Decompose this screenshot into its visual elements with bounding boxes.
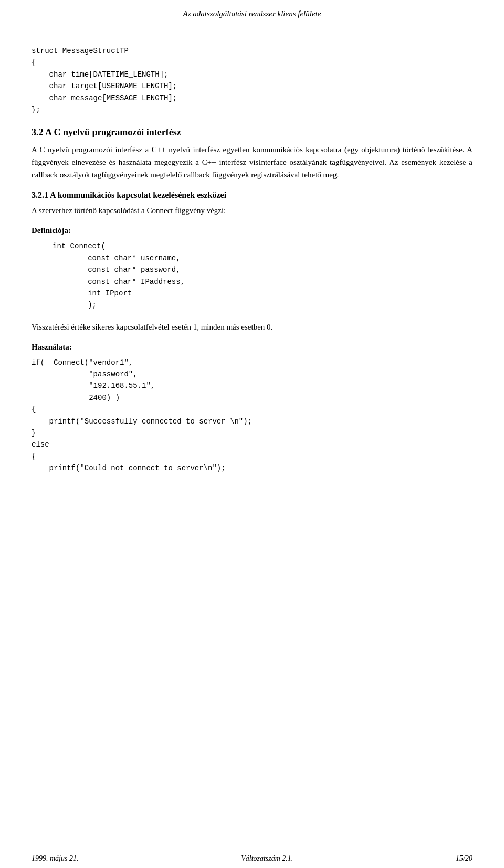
page-footer: 1999. május 21. Változatszám 2.1. 15/20 xyxy=(0,849,504,868)
main-content: struct MessageStructTP { char time[DATET… xyxy=(0,24,504,526)
page-header: Az adatszolgáltatási rendszer kliens fel… xyxy=(0,0,504,24)
footer-version: Változatszám 2.1. xyxy=(241,854,293,863)
usage-code-block: if( Connect("vendor1", "password", "192.… xyxy=(32,357,472,474)
header-title: Az adatszolgáltatási rendszer kliens fel… xyxy=(183,9,321,18)
usage-label: Használata: xyxy=(32,343,472,352)
footer-page: 15/20 xyxy=(456,854,472,863)
intro-paragraph: A C nyelvű programozói interfész a C++ n… xyxy=(32,143,472,181)
connect-intro-paragraph: A szerverhez történő kapcsolódást a Conn… xyxy=(32,204,472,217)
struct-code-block: struct MessageStructTP { char time[DATET… xyxy=(32,45,472,115)
return-value-text: Visszatérési értéke sikeres kapcsolatfel… xyxy=(32,321,472,333)
page: Az adatszolgáltatási rendszer kliens fel… xyxy=(0,0,504,868)
section-heading: 3.2 A C nyelvű programozói interfész xyxy=(32,127,472,138)
subsection-heading: 3.2.1 A kommunikációs kapcsolat kezelésé… xyxy=(32,190,472,200)
footer-date: 1999. május 21. xyxy=(32,854,78,863)
definition-code-block: int Connect( const char* username, const… xyxy=(52,240,472,311)
definition-label: Definíciója: xyxy=(32,226,472,235)
